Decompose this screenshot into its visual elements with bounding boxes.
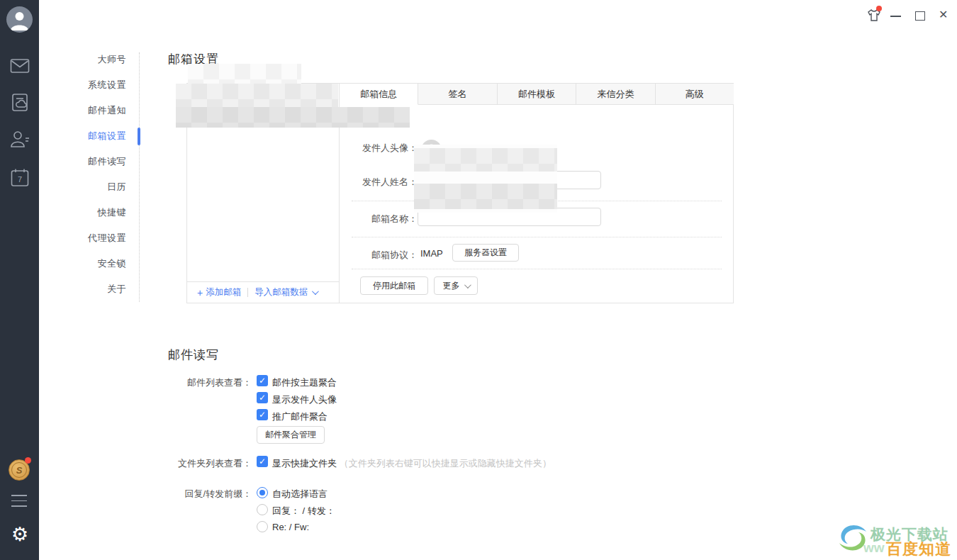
maximize-button[interactable]	[915, 11, 925, 21]
watermark-swirl-icon	[835, 522, 871, 554]
mail-icon[interactable]	[0, 58, 39, 74]
blurred-account-name	[188, 64, 301, 84]
watermark: 极光下载站 ww 百度知道	[835, 522, 956, 559]
chevron-down-icon	[312, 288, 319, 295]
checkbox-label[interactable]: 推广邮件聚合	[272, 410, 328, 423]
more-button[interactable]: 更多	[434, 276, 478, 295]
radio-label[interactable]: Re: / Fw:	[272, 522, 309, 532]
disable-mailbox-button[interactable]: 停用此邮箱	[360, 276, 428, 295]
tab-signature[interactable]: 签名	[418, 84, 497, 105]
add-mailbox-button[interactable]: + 添加邮箱	[197, 286, 241, 298]
blurred-account-row	[176, 84, 338, 107]
radio-label[interactable]: 自动选择语言	[272, 488, 328, 500]
checkbox-show-sender-avatar[interactable]: ✓	[257, 392, 268, 403]
mailbox-name-label: 邮箱名称：	[340, 213, 418, 225]
folder-view-label: 文件夹列表查看：	[168, 457, 252, 470]
checkbox-label[interactable]: 邮件按主题聚合	[272, 376, 337, 389]
nav-item-master-account[interactable]: 大师号	[39, 47, 139, 72]
sender-avatar-label: 发件人头像：	[340, 142, 418, 155]
radio-label[interactable]: 回复： / 转发：	[272, 505, 335, 517]
prefix-label: 回复/转发前缀：	[168, 488, 252, 500]
footer-divider	[247, 288, 248, 297]
watermark-site-name: 极光下载站	[871, 525, 948, 544]
radio-chinese-prefix[interactable]	[257, 504, 268, 515]
tab-mail-template[interactable]: 邮件模板	[498, 84, 576, 105]
nav-divider	[139, 52, 140, 302]
readwrite-section-title: 邮件读写	[168, 347, 219, 363]
blurred-mailbox-name	[414, 184, 557, 209]
nav-item-mailbox-settings[interactable]: 邮箱设置	[39, 123, 139, 149]
server-settings-button[interactable]: 服务器设置	[452, 244, 519, 262]
checkbox-quick-folders[interactable]: ✓	[257, 456, 268, 467]
tab-incoming-classification[interactable]: 来信分类	[576, 84, 655, 105]
watermark-www: ww	[863, 540, 885, 556]
radio-english-prefix[interactable]	[257, 521, 268, 532]
quick-folders-hint: （文件夹列表右键可以快捷显示或隐藏快捷文件夹）	[340, 458, 552, 469]
chevron-down-icon	[464, 281, 471, 289]
settings-nav: 大师号 系统设置 邮件通知 邮箱设置 邮件读写 日历 快捷键 代理设置 安全锁 …	[39, 47, 139, 302]
import-mailbox-data-button[interactable]: 导入邮箱数据	[254, 286, 317, 298]
svg-text:7: 7	[17, 175, 21, 184]
nav-item-about[interactable]: 关于	[39, 276, 139, 302]
blurred-account-email	[176, 107, 410, 128]
row-divider	[352, 269, 722, 269]
app-rail: 7 S ⚙	[0, 0, 39, 560]
protocol-value: IMAP	[420, 248, 443, 259]
nav-item-mail-readwrite[interactable]: 邮件读写	[39, 149, 139, 174]
checkbox-label[interactable]: 显示发件人头像	[272, 393, 337, 406]
nav-item-calendar[interactable]: 日历	[39, 174, 139, 200]
account-list-footer: + 添加邮箱 导入邮箱数据	[187, 281, 339, 303]
minimize-button[interactable]	[890, 16, 901, 17]
theme-notification-dot	[876, 6, 882, 11]
person-icon	[6, 6, 33, 33]
nav-item-proxy-settings[interactable]: 代理设置	[39, 225, 139, 251]
checkbox-promo-aggregate[interactable]: ✓	[257, 409, 268, 420]
list-view-label: 邮件列表查看：	[168, 376, 252, 389]
tab-advanced[interactable]: 高级	[656, 84, 734, 105]
sender-name-label: 发件人姓名：	[340, 176, 418, 189]
nav-item-system-settings[interactable]: 系统设置	[39, 72, 139, 98]
nav-item-security-lock[interactable]: 安全锁	[39, 251, 139, 276]
menu-icon[interactable]	[11, 495, 27, 511]
nav-item-mail-notifications[interactable]: 邮件通知	[39, 98, 139, 123]
radio-auto-language[interactable]	[257, 487, 268, 498]
checkbox-thread-aggregate[interactable]: ✓	[257, 375, 268, 386]
quick-folders-label[interactable]: 显示快捷文件夹	[272, 458, 337, 469]
checkbox-label-with-hint: 显示快捷文件夹 （文件夹列表右键可以快捷显示或隐藏快捷文件夹）	[272, 457, 552, 470]
notes-cloud-icon[interactable]	[0, 93, 39, 113]
user-avatar[interactable]	[6, 6, 33, 33]
protocol-label: 邮箱协议：	[340, 249, 418, 262]
app-window: ✕	[0, 0, 957, 560]
row-divider	[352, 237, 722, 237]
close-button[interactable]: ✕	[939, 9, 948, 21]
coin-notification-dot	[25, 457, 31, 464]
tab-mailbox-info[interactable]: 邮箱信息	[340, 84, 418, 105]
nav-item-shortcuts[interactable]: 快捷键	[39, 200, 139, 225]
plus-icon: +	[197, 287, 203, 298]
nav-active-indicator	[138, 128, 140, 145]
contacts-icon[interactable]	[0, 130, 39, 148]
watermark-overlay-name: 百度知道	[886, 539, 951, 560]
blurred-sender-name	[414, 148, 557, 172]
aggregate-manage-button[interactable]: 邮件聚合管理	[257, 426, 325, 444]
mailbox-tabs: 邮箱信息 签名 邮件模板 来信分类 高级	[340, 84, 734, 105]
calendar-icon[interactable]: 7	[0, 168, 39, 187]
settings-gear-icon[interactable]: ⚙	[9, 523, 31, 546]
